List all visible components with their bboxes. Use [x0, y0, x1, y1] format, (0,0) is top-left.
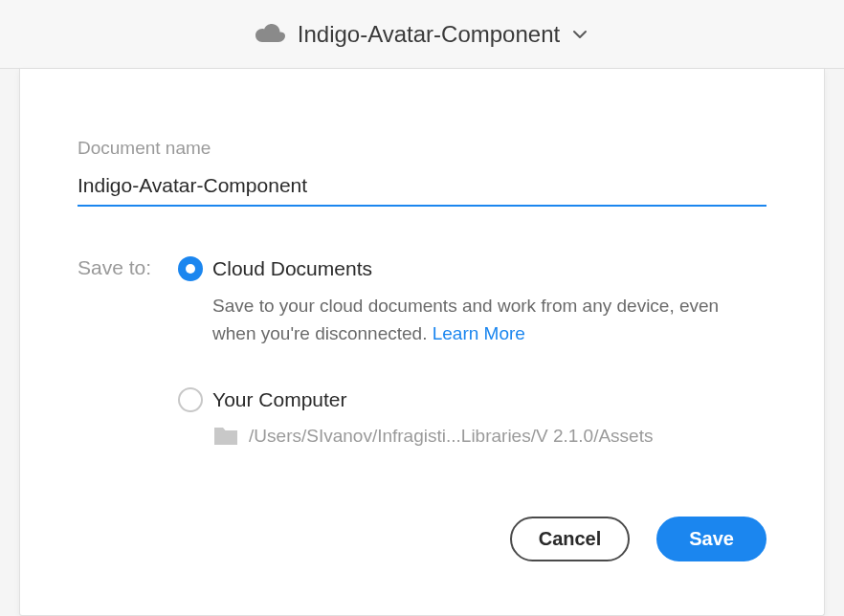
document-name-input[interactable] [78, 168, 766, 207]
cancel-button[interactable]: Cancel [510, 517, 631, 561]
local-path-row: /Users/SIvanov/Infragisti...Libraries/V … [212, 426, 766, 447]
save-dialog: Document name Save to: Cloud Documents S… [19, 69, 825, 616]
learn-more-link[interactable]: Learn More [433, 323, 525, 343]
save-button[interactable]: Save [656, 517, 766, 561]
save-to-section: Save to: Cloud Documents Save to your cl… [78, 256, 766, 487]
local-path-text: /Users/SIvanov/Infragisti...Libraries/V … [249, 426, 653, 447]
dialog-buttons: Cancel Save [510, 517, 766, 561]
document-name-label: Document name [78, 138, 766, 159]
header-title[interactable]: Indigo-Avatar-Component [298, 21, 560, 48]
option-cloud-title: Cloud Documents [212, 257, 372, 280]
option-local-header[interactable]: Your Computer [178, 387, 766, 412]
cloud-icon [255, 24, 286, 45]
save-options: Cloud Documents Save to your cloud docum… [178, 256, 766, 487]
option-local-title: Your Computer [212, 388, 346, 411]
option-local: Your Computer /Users/SIvanov/Infragisti.… [178, 387, 766, 447]
option-cloud-description: Save to your cloud documents and work fr… [212, 293, 748, 347]
radio-local[interactable] [178, 387, 203, 412]
folder-icon [212, 426, 239, 447]
option-cloud-header[interactable]: Cloud Documents [178, 256, 766, 281]
radio-cloud[interactable] [178, 256, 203, 281]
chevron-down-icon[interactable] [571, 26, 589, 43]
option-cloud: Cloud Documents Save to your cloud docum… [178, 256, 766, 347]
save-to-label: Save to: [78, 256, 151, 487]
header: Indigo-Avatar-Component [0, 0, 844, 69]
